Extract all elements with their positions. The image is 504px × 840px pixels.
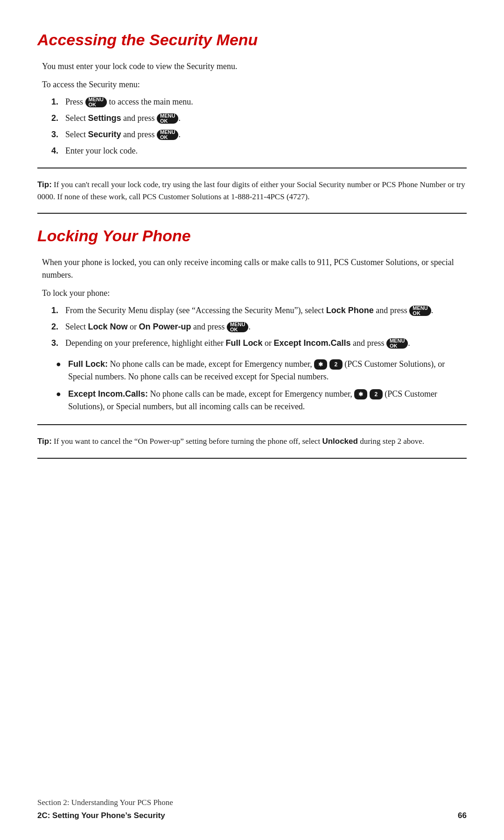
step-2-content: Select Settings and press MENUOK. (65, 112, 467, 125)
step-4: 4. Enter your lock code. (51, 145, 467, 157)
lock-step-3-num: 3. (51, 337, 62, 350)
footer-page: 66 (458, 810, 467, 822)
lock-step-2-content: Select Lock Now or On Power-up and press… (65, 321, 467, 333)
tip-label-1: Tip: (37, 180, 52, 189)
bullet-full-lock-content: Full Lock: No phone calls can be made, e… (68, 358, 467, 383)
bullet-dot-2: ● (56, 388, 63, 400)
lock-label: To lock your phone: (42, 287, 467, 300)
security-bold: Security (88, 130, 121, 139)
section-security-menu: Accessing the Security Menu You must ent… (37, 28, 467, 214)
steps-list-1: 1. Press MENUOK to access the main menu.… (51, 96, 467, 157)
step-4-content: Enter your lock code. (65, 145, 467, 157)
on-power-up-bold: On Power-up (139, 322, 191, 331)
lock-step-3-content: Depending on your preference, highlight … (65, 337, 467, 350)
bullet-except-incom: ● Except Incom.Calls: No phone calls can… (56, 388, 467, 413)
tip-box-2: Tip: If you want to cancel the “On Power… (37, 435, 467, 448)
star-key-1: ✱ (314, 359, 327, 370)
lock-now-bold: Lock Now (88, 322, 127, 331)
step-4-num: 4. (51, 145, 62, 157)
two-key-1: 2 (329, 359, 343, 370)
step-3: 3. Select Security and press MENUOK. (51, 128, 467, 141)
settings-bold: Settings (88, 113, 121, 123)
steps-list-2: 1. From the Security Menu display (see “… (51, 304, 467, 350)
tip-label-2: Tip: (37, 437, 52, 446)
footer: Section 2: Understanding Your PCS Phone … (37, 797, 467, 821)
footer-bottom: 2C: Setting Your Phone’s Security 66 (37, 810, 467, 822)
two-key-2: 2 (370, 389, 383, 399)
tip-box-1: Tip: If you can't recall your lock code,… (37, 179, 467, 203)
menu-ok-btn-4: MENUOK (409, 306, 431, 316)
step-1: 1. Press MENUOK to access the main menu. (51, 96, 467, 108)
divider-1 (37, 168, 467, 168)
tip-text-1: If you can't recall your lock code, try … (37, 180, 465, 201)
bullet-except-content: Except Incom.Calls: No phone calls can b… (68, 388, 467, 413)
menu-ok-btn-1: MENUOK (85, 97, 107, 107)
divider-4 (37, 458, 467, 459)
divider-2 (37, 213, 467, 214)
menu-ok-btn-5: MENUOK (227, 322, 248, 332)
section-title-security: Accessing the Security Menu (37, 28, 467, 52)
full-lock-bold: Full Lock (225, 338, 262, 348)
lock-step-2: 2. Select Lock Now or On Power-up and pr… (51, 321, 467, 333)
footer-section: Section 2: Understanding Your PCS Phone (37, 797, 467, 809)
step-1-content: Press MENUOK to access the main menu. (65, 96, 467, 108)
step-2: 2. Select Settings and press MENUOK. (51, 112, 467, 125)
lock-step-1: 1. From the Security Menu display (see “… (51, 304, 467, 317)
except-incom-bold: Except Incom.Calls (273, 338, 350, 348)
section-intro: You must enter your lock code to view th… (42, 60, 467, 73)
footer-subsection: 2C: Setting Your Phone’s Security (37, 810, 165, 822)
step-3-content: Select Security and press MENUOK. (65, 128, 467, 141)
menu-ok-btn-6: MENUOK (386, 338, 408, 349)
section-title-locking: Locking Your Phone (37, 224, 467, 248)
lock-step-3: 3. Depending on your preference, highlig… (51, 337, 467, 350)
unlocked-bold: Unlocked (322, 437, 358, 446)
menu-ok-btn-2: MENUOK (157, 113, 178, 124)
bullet-full-lock: ● Full Lock: No phone calls can be made,… (56, 358, 467, 383)
bullet-list: ● Full Lock: No phone calls can be made,… (56, 358, 467, 413)
section-locking-phone: Locking Your Phone When your phone is lo… (37, 224, 467, 459)
locking-intro: When your phone is locked, you can only … (42, 256, 467, 281)
except-incom-label: Except Incom.Calls: (68, 389, 148, 399)
full-lock-label: Full Lock: (68, 359, 108, 369)
access-label: To access the Security menu: (42, 78, 467, 91)
tip-text-2: If you want to cancel the “On Power-up” … (54, 437, 424, 446)
lock-phone-bold: Lock Phone (326, 306, 374, 315)
bullet-dot-1: ● (56, 358, 63, 371)
step-2-num: 2. (51, 112, 62, 125)
lock-step-2-num: 2. (51, 321, 62, 333)
star-key-2: ✱ (354, 389, 367, 399)
step-3-num: 3. (51, 128, 62, 141)
step-1-num: 1. (51, 96, 62, 108)
divider-3 (37, 424, 467, 425)
lock-step-1-content: From the Security Menu display (see “Acc… (65, 304, 467, 317)
lock-step-1-num: 1. (51, 304, 62, 317)
menu-ok-btn-3: MENUOK (157, 130, 178, 140)
